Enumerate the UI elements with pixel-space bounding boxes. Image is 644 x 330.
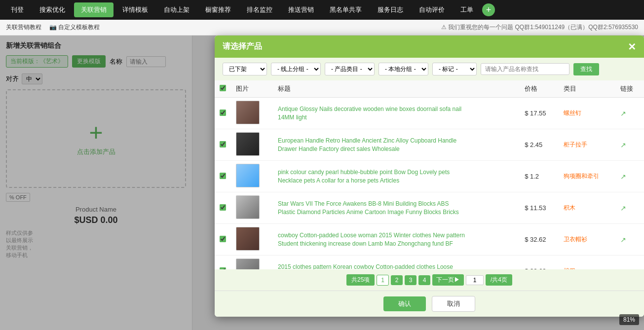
modal-overlay: 请选择产品 ✕ 已下架 在售 全部 - 线上分组 - - 产品类目 - - 本地… [0,36,644,330]
product-link-cell: ↗ [615,98,644,129]
product-title-link[interactable]: Star Wars VII The Force Awakens BB-8 Min… [278,200,465,217]
table-row: 2015 clothes pattern Korean cowboy Cotto… [215,256,644,270]
nav-tab-workorder[interactable]: 工单 [454,2,480,17]
modal-close-button[interactable]: ✕ [628,42,636,52]
product-thumbnail [236,164,260,187]
row-checkbox[interactable] [220,236,226,242]
product-thumb-cell [231,129,273,161]
nav-tab-template[interactable]: 详情模板 [115,2,155,17]
row-checkbox[interactable] [220,141,226,147]
product-link-cell: ↗ [615,224,644,256]
nav-tab-autoreview[interactable]: 自动评价 [412,2,452,17]
product-thumb-cell [231,161,273,192]
external-link-icon[interactable]: ↗ [620,173,626,181]
next-page-button[interactable]: 下一页▶ [432,274,464,286]
product-category: 棉服 [559,256,615,270]
row-checkbox-cell [215,98,231,129]
notice-icon: ⚠ [441,24,447,31]
product-title-link[interactable]: pink colour candy pearl hubble-bubble po… [278,168,465,185]
nav-tab-window[interactable]: 橱窗推荐 [198,2,238,17]
product-title-link[interactable]: 2015 clothes pattern Korean cowboy Cotto… [278,263,465,269]
row-checkbox[interactable] [220,173,226,179]
page-btn-4[interactable]: 4 [418,275,430,285]
external-link-icon[interactable]: ↗ [620,204,626,212]
modal-title: 请选择产品 [223,41,262,52]
confirm-button[interactable]: 确认 [383,296,426,311]
th-checkbox [215,80,231,98]
product-category: 柜子拉手 [559,129,615,161]
product-thumbnail [236,101,260,124]
product-title-cell: Star Wars VII The Force Awakens BB-8 Min… [273,192,520,224]
product-category: 积木 [559,192,615,224]
nav-tab-log[interactable]: 服务日志 [371,2,410,17]
product-price: $ 32.62 [520,224,559,256]
product-thumbnail [236,132,260,156]
table-row: cowboy Cotton-padded Loose woman 2015 Wi… [215,224,644,256]
product-select-modal: 请选择产品 ✕ 已下架 在售 全部 - 线上分组 - - 产品类目 - - 本地… [215,36,644,317]
nav-plus-button[interactable]: + [482,3,495,16]
subnav-link-tutorial[interactable]: 关联营销教程 [6,23,41,32]
page-btn-1[interactable]: 1 [377,275,389,286]
filter-category[interactable]: - 产品类目 - [325,63,375,75]
cancel-button[interactable]: 取消 [432,296,475,312]
page-btn-2[interactable]: 2 [391,275,403,285]
product-category: 卫衣帽衫 [559,224,615,256]
table-row: Star Wars VII The Force Awakens BB-8 Min… [215,192,644,224]
subnav-link-template-tutorial[interactable]: 📷 自定义模板教程 [49,23,100,32]
nav-tab-push[interactable]: 推送营销 [281,2,321,17]
th-category: 类目 [559,80,615,98]
product-link-cell: ↗ [615,192,644,224]
external-link-icon[interactable]: ↗ [620,110,626,117]
pagination: 共25项 1 2 3 4 下一页▶ /共4页 [215,269,644,291]
external-link-icon[interactable]: ↗ [620,236,626,244]
product-title-cell: 2015 clothes pattern Korean cowboy Cotto… [273,256,520,270]
product-link-cell: ↗ [615,161,644,192]
search-button[interactable]: 查找 [573,63,599,75]
nav-tab-blacklist[interactable]: 黑名单共享 [323,2,369,17]
product-table: 图片 标题 价格 类目 链接 Antique Glossy Nails deco… [215,80,644,269]
table-row: pink colour candy pearl hubble-bubble po… [215,161,644,192]
product-link-cell: ↗ [615,256,644,270]
page-btn-3[interactable]: 3 [405,275,417,285]
total-pages: /共4页 [486,274,512,286]
select-all-checkbox[interactable] [220,85,226,91]
row-checkbox-cell [215,129,231,161]
product-price: $ 17.55 [520,98,559,129]
product-title-link[interactable]: Antique Glossy Nails decorative wooden w… [278,105,465,122]
product-title-cell: European Handle Retro Handle Ancient Zin… [273,129,520,161]
product-title-link[interactable]: cowboy Cotton-padded Loose woman 2015 Wi… [278,231,465,248]
camera-icon: 📷 [49,24,57,31]
th-price: 价格 [520,80,559,98]
search-input[interactable] [481,63,569,75]
nav-tab-seo[interactable]: 搜索优化 [33,2,72,17]
filter-status[interactable]: 已下架 在售 全部 [223,63,267,75]
modal-footer: 确认 取消 [215,291,644,317]
page-goto-input[interactable] [466,275,484,285]
nav-tab-marketing[interactable]: 关联营销 [74,2,114,17]
main-area: 新增关联营销组合 当前模版：《艺术》 更换模版 名称 对齐 左 中 右 + 点击… [0,36,644,330]
table-row: Antique Glossy Nails decorative wooden w… [215,98,644,129]
top-nav: 刊登 搜索优化 关联营销 详情模板 自动上架 橱窗推荐 排名监控 推送营销 黑名… [0,0,644,20]
modal-header: 请选择产品 ✕ [215,36,644,58]
product-price: $ 32.62 [520,256,559,270]
product-thumb-cell [231,98,273,129]
filter-online-group[interactable]: - 线上分组 - [271,63,321,75]
product-title-link[interactable]: European Handle Retro Handle Ancient Zin… [278,137,465,153]
nav-tab-rank[interactable]: 排名监控 [240,2,279,17]
filter-tag[interactable]: - 标记 - [432,63,477,75]
row-checkbox-cell [215,192,231,224]
row-checkbox[interactable] [220,204,226,211]
nav-tab-auto-publish[interactable]: 自动上架 [157,2,196,17]
product-price: $ 11.53 [520,192,559,224]
row-checkbox-cell [215,256,231,270]
th-image: 图片 [231,80,273,98]
row-checkbox-cell [215,161,231,192]
external-link-icon[interactable]: ↗ [620,141,626,149]
product-category: 狗项圈和牵引 [559,161,615,192]
product-title-cell: cowboy Cotton-padded Loose woman 2015 Wi… [273,224,520,256]
product-thumbnail [236,227,260,251]
filter-local-group[interactable]: - 本地分组 - [379,63,428,75]
table-row: European Handle Retro Handle Ancient Zin… [215,129,644,161]
row-checkbox[interactable] [220,110,226,116]
nav-tab-publish[interactable]: 刊登 [4,2,31,17]
